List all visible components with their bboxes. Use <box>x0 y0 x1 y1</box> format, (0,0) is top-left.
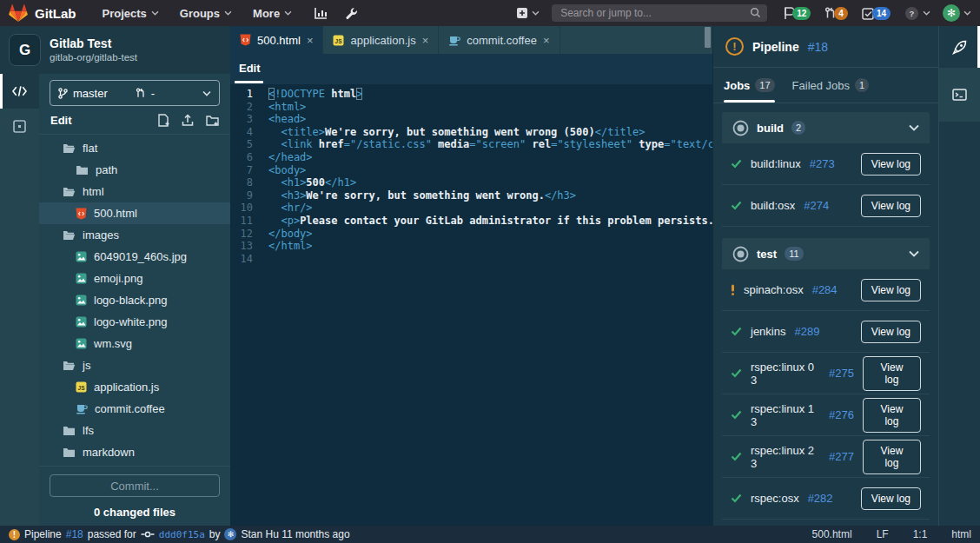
new-menu-button[interactable] <box>516 7 540 19</box>
code-line[interactable]: 11 <p>Please contact your GitLab adminis… <box>230 215 712 228</box>
code-line[interactable]: 2<html> <box>230 101 712 114</box>
line-content: <h1>500</h1> <box>268 176 356 189</box>
close-tab-icon[interactable]: × <box>543 35 550 46</box>
statusbar-filename: 500.html <box>812 528 852 540</box>
code-line[interactable]: 7<body> <box>230 164 712 177</box>
menu-more[interactable]: More <box>253 7 292 20</box>
job-name: rspec:linux 1 3 <box>751 402 820 428</box>
terminal-panel-button[interactable] <box>939 68 980 122</box>
new-file-icon[interactable] <box>157 114 169 127</box>
tree-item-path[interactable]: path <box>39 159 230 181</box>
job-id-link[interactable]: #282 <box>808 492 833 505</box>
tree-item-6049019-460s-jpg[interactable]: 6049019_460s.jpg <box>39 246 230 268</box>
admin-wrench-icon[interactable] <box>345 7 358 20</box>
project-header[interactable]: G Gitlab Test gitlab-org/gitlab-test <box>0 26 230 74</box>
job-group-header-test[interactable]: test11 <box>722 238 930 269</box>
menu-projects[interactable]: Projects <box>103 7 159 20</box>
job-status-success-icon <box>731 368 742 378</box>
view-log-button[interactable]: View log <box>863 440 921 474</box>
code-line[interactable]: 6</head> <box>230 151 712 164</box>
tree-item-logo-white-png[interactable]: logo-white.png <box>39 311 230 333</box>
editor-mode-tab-edit[interactable]: Edit <box>239 62 261 75</box>
pipeline-warning-icon: ! <box>725 37 744 56</box>
code-line[interactable]: 10 <hr/> <box>230 202 712 215</box>
editor-tab-500-html[interactable]: 500.html× <box>230 26 323 54</box>
commit-button[interactable]: Commit... <box>50 474 220 497</box>
menu-groups[interactable]: Groups <box>180 7 232 20</box>
tree-item-commit-coffee[interactable]: commit.coffee <box>39 398 230 420</box>
tree-item-js[interactable]: js <box>39 354 230 376</box>
tree-item-logo-black-png[interactable]: logo-black.png <box>39 289 230 311</box>
job-id-link[interactable]: #289 <box>794 325 819 338</box>
statusbar-language[interactable]: html <box>951 528 971 540</box>
tree-item-html[interactable]: html <box>39 181 230 202</box>
gitlab-home-link[interactable]: GitLab <box>9 3 76 23</box>
todos-button[interactable]: 14 <box>862 7 891 20</box>
code-line[interactable]: 12</body> <box>230 228 712 241</box>
file-name: 6049019_460s.jpg <box>94 250 187 263</box>
code-line[interactable]: 1<!DOCTYPE html> <box>230 88 712 101</box>
tree-item-wm-svg[interactable]: wm.svg <box>39 333 230 354</box>
tree-item-images[interactable]: images <box>39 224 230 246</box>
job-id-link[interactable]: #273 <box>810 157 835 170</box>
pipeline-number-link[interactable]: #18 <box>808 40 828 54</box>
search-icon <box>750 7 761 18</box>
editor-tab-commit-coffee[interactable]: commit.coffee× <box>439 26 560 54</box>
code-line[interactable]: 4 <title>We're sorry, but something went… <box>230 126 712 139</box>
merge-requests-button[interactable]: 4 <box>824 7 848 20</box>
close-tab-icon[interactable]: × <box>422 35 429 46</box>
line-number: 6 <box>230 151 268 164</box>
tree-item-lfs[interactable]: lfs <box>39 420 230 441</box>
view-log-button[interactable]: View log <box>863 398 921 433</box>
code-line[interactable]: 14 <box>230 253 712 266</box>
tree-item-500-html[interactable]: 500.html <box>39 202 230 224</box>
statusbar-pipeline-number-link[interactable]: #18 <box>66 528 83 540</box>
job-id-link[interactable]: #277 <box>829 450 854 463</box>
help-menu-button[interactable]: ? <box>904 6 930 21</box>
code-line[interactable]: 9 <h3>We're sorry, but something went wr… <box>230 189 712 202</box>
view-log-button[interactable]: View log <box>861 321 921 343</box>
view-log-button[interactable]: View log <box>863 356 921 391</box>
svg-text:?: ? <box>910 8 915 17</box>
upload-file-icon[interactable] <box>182 114 194 127</box>
tree-item-emoji-png[interactable]: emoji.png <box>39 268 230 289</box>
editor-scrollbar[interactable] <box>705 27 711 48</box>
statusbar-eol[interactable]: LF <box>877 528 889 540</box>
terminal-icon <box>952 89 967 101</box>
file-name: js <box>83 359 90 372</box>
tree-item-application-js[interactable]: JSapplication.js <box>39 376 230 398</box>
view-log-button[interactable]: View log <box>861 195 921 217</box>
code-line[interactable]: 5 <link href="/static.css" media="screen… <box>230 138 712 151</box>
code-line[interactable]: 13</html> <box>230 240 712 253</box>
tree-item-markdown[interactable]: markdown <box>39 441 230 463</box>
job-group-test: test11spinach:osx#284View logjenkins#289… <box>722 238 930 520</box>
activity-chart-icon[interactable] <box>315 7 328 19</box>
view-log-button[interactable]: View log <box>861 153 921 175</box>
job-id-link[interactable]: #276 <box>829 408 854 421</box>
issues-button[interactable]: 12 <box>783 7 811 20</box>
code-line[interactable]: 8 <h1>500</h1> <box>230 176 712 189</box>
new-folder-icon[interactable] <box>206 114 219 127</box>
review-mode-button[interactable] <box>0 109 39 143</box>
tab-jobs[interactable]: Jobs 17 <box>724 68 775 103</box>
statusbar-cursor-position[interactable]: 1:1 <box>913 528 928 540</box>
stage-status-icon <box>732 120 749 136</box>
job-id-link[interactable]: #284 <box>812 283 838 296</box>
job-group-header-build[interactable]: build2 <box>722 112 930 143</box>
tab-failed-jobs[interactable]: Failed Jobs 1 <box>792 68 870 103</box>
commit-sha-link[interactable]: ddd0f15a <box>159 529 205 540</box>
edit-mode-button[interactable] <box>0 74 39 109</box>
code-editor[interactable]: 1<!DOCTYPE html>2<html>3<head>4 <title>W… <box>230 84 712 526</box>
job-id-link[interactable]: #274 <box>804 199 829 212</box>
branch-selector[interactable]: master - <box>50 80 220 106</box>
job-id-link[interactable]: #275 <box>829 367 854 380</box>
editor-tab-application-js[interactable]: JSapplication.js× <box>323 26 439 54</box>
user-menu-button[interactable]: ✻ <box>943 4 971 22</box>
tree-item-flat[interactable]: flat <box>39 137 230 159</box>
pipelines-panel-button[interactable] <box>939 26 980 68</box>
search-input[interactable] <box>552 4 767 22</box>
view-log-button[interactable]: View log <box>861 279 921 301</box>
close-tab-icon[interactable]: × <box>307 35 314 46</box>
view-log-button[interactable]: View log <box>861 487 921 510</box>
code-line[interactable]: 3<head> <box>230 113 712 126</box>
